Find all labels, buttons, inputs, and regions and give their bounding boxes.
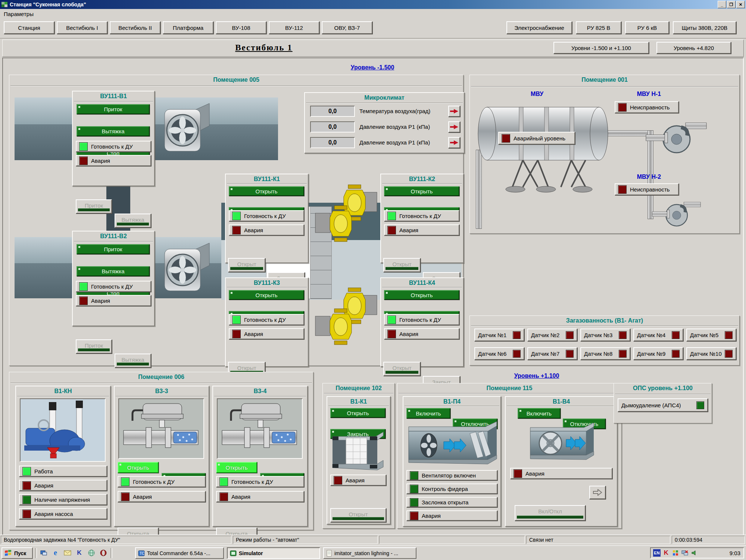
supply-button[interactable]: Приток (77, 244, 150, 254)
ie-icon[interactable]: e (51, 548, 60, 557)
room-102-title: Помещение 102 (323, 385, 394, 392)
v3-4-panel: В3-4 Открыть Закрыть Готовность к (212, 386, 308, 527)
exhaust-status-button[interactable]: Вытяжка (115, 354, 151, 368)
nav-vu112-button[interactable]: ВУ-112 (269, 21, 319, 34)
network-offline-icon[interactable] (681, 549, 689, 557)
language-indicator[interactable]: EN (653, 549, 661, 557)
indicator-label: Авария (346, 477, 365, 483)
level-minus-1500-link[interactable]: Уровень -1.500 (290, 64, 455, 71)
sensor-lamp (672, 350, 680, 358)
open-button[interactable]: Открыть (118, 462, 159, 473)
opened-status-button[interactable]: Открыт (330, 508, 386, 522)
trend-arrow-button[interactable] (448, 137, 460, 148)
nav-ru825-button[interactable]: РУ 825 В (576, 21, 621, 34)
ready-lamp (387, 315, 396, 324)
trend-arrow-button[interactable] (448, 106, 460, 117)
unit-title: В1-П4 (403, 398, 500, 405)
nav-power-button[interactable]: Электроснабжение (506, 21, 572, 34)
supply-status-button[interactable]: Приток (76, 199, 112, 214)
nav-shields-button[interactable]: Щиты 380В, 220В (673, 21, 736, 34)
clock[interactable]: 9:03 (730, 550, 740, 556)
valve-image (118, 398, 204, 459)
indicator-label: Готовность к ДУ (399, 317, 441, 323)
alarm-lamp (334, 476, 342, 485)
gas-sensor-5-button[interactable]: Датчик №5 (686, 329, 736, 341)
nav-platform-button[interactable]: Платформа (163, 21, 213, 34)
exhaust-button[interactable]: Вытяжка (77, 266, 150, 276)
unit-title: ВУ111-К4 (381, 280, 463, 286)
motor-valve-icon (218, 399, 302, 458)
task-total-commander[interactable]: TC Total Commander 6.54a -... (135, 547, 224, 559)
smoke-removal-button[interactable]: Дымоудаление (АПС4) (618, 398, 708, 412)
level-4820-button[interactable]: Уровень +4.820 (656, 42, 731, 54)
gas-sensor-10-button[interactable]: Датчик №10 (686, 347, 736, 360)
damper-open-indicator: Заслонка открыта (406, 497, 497, 507)
nav-ru6kv-button[interactable]: РУ 6 кВ (625, 21, 669, 34)
open-button[interactable]: Открыть (216, 462, 257, 473)
supply-button[interactable]: Приток (77, 104, 150, 114)
kaspersky-icon[interactable]: K (662, 549, 670, 557)
pressure2-label: Давление воздуха Р1 (кПа) (359, 139, 446, 146)
status-link: Связи нет (526, 536, 670, 544)
nav-vu108-button[interactable]: ВУ-108 (216, 21, 266, 34)
ready-indicator: Готовность к ДУ (384, 314, 459, 325)
v1-kn-panel: В1-КН Работа Авария На (15, 386, 111, 527)
gas-sensor-4-button[interactable]: Датчик №4 (633, 329, 683, 341)
task-imitator-station[interactable]: imitator_station lighning - ... (323, 547, 416, 559)
maximize-button[interactable]: ❐ (727, 1, 736, 8)
gas-sensor-9-button[interactable]: Датчик №9 (633, 347, 683, 360)
opera-icon[interactable] (99, 548, 108, 557)
gas-sensor-7-button[interactable]: Датчик №7 (527, 347, 577, 360)
nav-vestibule1-button[interactable]: Вестибюль I (57, 21, 107, 34)
levels-minus-plus-button[interactable]: Уровни -1.500 и +1.100 (553, 42, 649, 54)
open-button[interactable]: Открыть (384, 290, 459, 300)
open-button[interactable]: Открыть (384, 186, 459, 196)
vu111-k2-panel: ВУ111-К2 Открыть Закрыть Готовность к ДУ… (380, 174, 464, 263)
level-plus-1100-link[interactable]: Уровень +1.100 (432, 373, 641, 379)
scheduler-icon[interactable] (672, 549, 679, 557)
mail-icon[interactable] (63, 548, 72, 557)
alarm-lamp (121, 492, 129, 501)
open-button[interactable]: Открыть (229, 186, 304, 196)
start-button[interactable]: Пуск (1, 547, 33, 559)
room-001-title: Помещение 001 (470, 77, 739, 83)
gas-sensor-2-button[interactable]: Датчик №2 (527, 329, 577, 341)
sensor-lamp (566, 350, 574, 358)
open-button[interactable]: Открыть (330, 408, 386, 418)
opened-status-button[interactable]: Открыт (383, 258, 421, 272)
alarm-lamp (232, 330, 241, 338)
opened-status-button[interactable]: Открыт (228, 258, 265, 272)
microclimate-title: Микроклимат (305, 94, 464, 101)
onoff-status-button[interactable]: Вкл/Откл (515, 505, 586, 521)
gas-sensor-8-button[interactable]: Датчик №8 (580, 347, 630, 360)
gas-sensor-3-button[interactable]: Датчик №3 (580, 329, 630, 341)
alarm-indicator: Авария (76, 295, 151, 306)
opened-status-button[interactable]: Открыт (383, 362, 421, 376)
on-button[interactable]: Включить (406, 408, 450, 419)
open-button[interactable]: Открыть (229, 290, 304, 300)
gas-sensor-6-button[interactable]: Датчик №6 (474, 347, 524, 360)
nav-vestibule2-button[interactable]: Вестибюль II (110, 21, 160, 34)
player-icon[interactable]: K (75, 548, 84, 557)
globe-icon[interactable] (87, 548, 96, 557)
exhaust-status-button[interactable]: Вытяжка (115, 214, 151, 228)
supply-status-button[interactable]: Приток (76, 339, 112, 354)
desktop-icon[interactable] (39, 548, 48, 557)
sensor-label: Датчик №6 (478, 351, 506, 357)
next-arrow-button[interactable] (589, 486, 606, 499)
volume-icon[interactable] (690, 549, 698, 557)
trend-arrow-button[interactable] (448, 121, 460, 133)
vu111-k4-panel: ВУ111-К4 Открыть Закрыть Готовность к ДУ… (380, 277, 464, 367)
on-button[interactable]: Включить (518, 408, 561, 419)
ready-indicator: Готовность к ДУ (229, 210, 304, 221)
exhaust-button[interactable]: Вытяжка (77, 126, 150, 136)
gas-sensor-1-button[interactable]: Датчик №1 (474, 329, 524, 341)
indicator-label: Аварийный уровень (514, 135, 565, 141)
minimize-button[interactable]: _ (718, 1, 726, 8)
close-button[interactable]: ✕ (736, 1, 745, 8)
menu-parameters[interactable]: Параметры (0, 10, 37, 18)
status-mode: Режим работы - "автомат" (233, 536, 378, 544)
task-simulator[interactable]: Simulator (227, 547, 320, 559)
nav-ovu-vz7-button[interactable]: ОВУ, ВЗ-7 (322, 21, 372, 34)
nav-station-button[interactable]: Станция (4, 21, 54, 34)
